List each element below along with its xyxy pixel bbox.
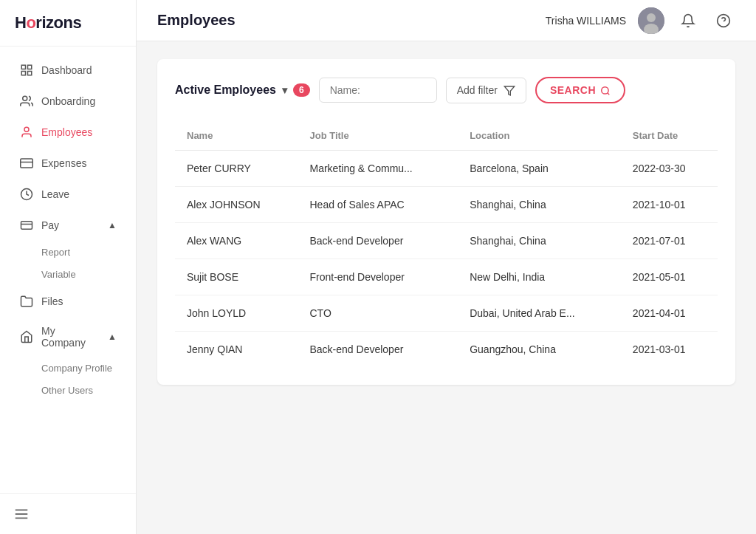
sidebar-item-company-profile-label: Company Profile: [41, 363, 112, 374]
sidebar-item-report[interactable]: Report: [6, 242, 130, 263]
cell-start_date: 2022-03-30: [621, 151, 718, 187]
cell-name: Jenny QIAN: [175, 332, 298, 368]
cell-name: Sujit BOSE: [175, 259, 298, 295]
user-name: Trisha WILLIAMS: [546, 15, 626, 27]
svg-rect-9: [21, 222, 32, 230]
sidebar-item-files[interactable]: Files: [6, 287, 130, 316]
header: Employees Trisha WILLIAMS: [137, 0, 756, 41]
cell-name: John LOYLD: [175, 295, 298, 332]
table-row[interactable]: Sujit BOSEFront-end DeveloperNew Delhi, …: [175, 259, 718, 295]
onboarding-icon: [19, 94, 34, 109]
sidebar-item-report-label: Report: [41, 247, 70, 258]
sidebar-item-leave-label: Leave: [41, 188, 69, 200]
table-row[interactable]: John LOYLDCTODubai, United Arab E...2021…: [175, 295, 718, 332]
sidebar-item-files-label: Files: [41, 295, 63, 307]
sidebar-item-my-company[interactable]: My Company ▲: [6, 318, 130, 356]
employees-icon: [19, 125, 34, 140]
search-icon: [600, 84, 611, 96]
table-row[interactable]: Alex WANGBack-end DeveloperShanghai, Chi…: [175, 223, 718, 259]
sidebar-menu-icon[interactable]: [13, 507, 30, 519]
sidebar-item-company-profile[interactable]: Company Profile: [6, 357, 130, 379]
sidebar-item-other-users-label: Other Users: [41, 385, 93, 396]
cell-start_date: 2021-10-01: [621, 187, 718, 223]
page-title: Employees: [157, 12, 236, 29]
files-icon: [19, 294, 34, 309]
cell-job_title: Back-end Developer: [298, 332, 458, 368]
pay-icon: [19, 218, 34, 233]
employees-table: Name Job Title Location Start Date Peter…: [175, 121, 718, 367]
sidebar-item-variable-label: Variable: [41, 269, 76, 280]
cell-name: Alex JOHNSON: [175, 187, 298, 223]
cell-job_title: Back-end Developer: [298, 223, 458, 259]
employees-dropdown-chevron-icon: ▾: [282, 84, 287, 96]
sidebar-item-pay-label: Pay: [41, 219, 59, 231]
dashboard-icon: [19, 63, 34, 78]
leave-icon: [19, 187, 34, 202]
sidebar-item-expenses[interactable]: Expenses: [6, 148, 130, 178]
sidebar-item-variable[interactable]: Variable: [6, 264, 130, 285]
add-filter-button[interactable]: Add filter: [446, 78, 526, 103]
employees-card: Active Employees ▾ 6 Add filter SEARCH: [157, 59, 735, 385]
svg-rect-3: [28, 72, 32, 75]
my-company-chevron-icon: ▲: [108, 332, 117, 342]
svg-rect-6: [21, 159, 33, 168]
sidebar-item-other-users[interactable]: Other Users: [6, 380, 130, 401]
sidebar-item-dashboard-label: Dashboard: [41, 64, 92, 76]
active-employees-dropdown[interactable]: Active Employees ▾ 6: [175, 83, 310, 97]
cell-location: Dubai, United Arab E...: [458, 295, 621, 332]
cell-location: Guangzhou, China: [458, 332, 621, 368]
sidebar-item-leave[interactable]: Leave: [6, 179, 130, 209]
sidebar-item-pay[interactable]: Pay ▲: [6, 210, 130, 240]
filter-bar: Active Employees ▾ 6 Add filter SEARCH: [175, 77, 718, 103]
logo-area: Horizons: [0, 0, 136, 47]
name-input[interactable]: [319, 78, 437, 103]
expenses-icon: [19, 156, 34, 171]
col-name: Name: [175, 121, 298, 151]
svg-rect-2: [21, 72, 25, 75]
svg-rect-1: [28, 65, 32, 69]
table-row[interactable]: Jenny QIANBack-end DeveloperGuangzhou, C…: [175, 332, 718, 368]
svg-rect-0: [21, 65, 25, 69]
sidebar-bottom: [0, 493, 136, 534]
active-employees-label: Active Employees: [175, 83, 276, 97]
cell-job_title: Marketing & Commu...: [298, 151, 458, 187]
cell-job_title: Front-end Developer: [298, 259, 458, 295]
svg-line-21: [608, 93, 610, 95]
cell-location: New Delhi, India: [458, 259, 621, 295]
col-start-date: Start Date: [621, 121, 718, 151]
sidebar-item-employees[interactable]: Employees: [6, 117, 130, 147]
cell-start_date: 2021-04-01: [621, 295, 718, 332]
avatar: [638, 7, 664, 34]
cell-location: Shanghai, China: [458, 223, 621, 259]
cell-start_date: 2021-05-01: [621, 259, 718, 295]
svg-point-20: [602, 87, 608, 94]
cell-start_date: 2021-07-01: [621, 223, 718, 259]
sidebar-item-my-company-label: My Company: [41, 325, 100, 349]
col-job-title: Job Title: [298, 121, 458, 151]
help-button[interactable]: [712, 9, 735, 32]
sidebar-item-dashboard[interactable]: Dashboard: [6, 55, 130, 85]
page-body: Active Employees ▾ 6 Add filter SEARCH: [137, 41, 756, 534]
table-row[interactable]: Alex JOHNSONHead of Sales APACShanghai, …: [175, 187, 718, 223]
add-filter-label: Add filter: [457, 84, 498, 96]
table-row[interactable]: Peter CURRYMarketing & Commu...Barcelona…: [175, 151, 718, 187]
nav-items: Dashboard Onboarding Employees: [0, 47, 136, 493]
cell-name: Peter CURRY: [175, 151, 298, 187]
filter-icon: [504, 84, 515, 97]
employees-count-badge: 6: [293, 83, 310, 97]
search-button[interactable]: SEARCH: [535, 77, 625, 103]
header-right: Trisha WILLIAMS: [546, 7, 735, 34]
notifications-button[interactable]: [676, 9, 700, 32]
search-label: SEARCH: [550, 84, 596, 96]
cell-start_date: 2021-03-01: [621, 332, 718, 368]
sidebar-item-expenses-label: Expenses: [41, 157, 86, 169]
sidebar: Horizons Dashboard Onboarding: [0, 0, 137, 534]
col-location: Location: [458, 121, 621, 151]
svg-point-15: [647, 13, 656, 22]
sidebar-item-onboarding-label: Onboarding: [41, 95, 95, 107]
cell-location: Shanghai, China: [458, 187, 621, 223]
cell-name: Alex WANG: [175, 223, 298, 259]
main-content: Employees Trisha WILLIAMS: [137, 0, 756, 534]
my-company-icon: [19, 329, 34, 344]
sidebar-item-onboarding[interactable]: Onboarding: [6, 86, 130, 116]
